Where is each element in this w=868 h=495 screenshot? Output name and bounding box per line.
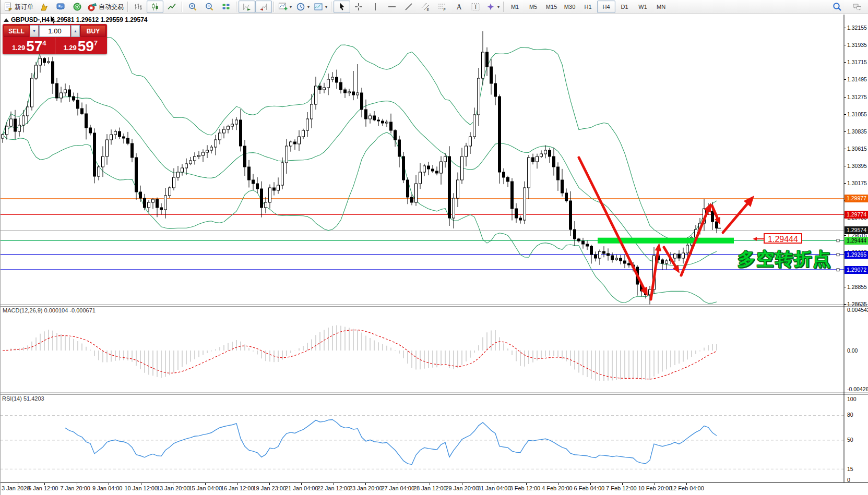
timeframe-m1-button[interactable]: M1 <box>506 1 524 13</box>
turning-point-annotation[interactable]: 多空转折点 <box>738 247 831 271</box>
crosshair-button[interactable] <box>350 1 367 13</box>
candle-body <box>73 96 75 100</box>
auto-scroll-button[interactable] <box>239 1 255 13</box>
candle-body <box>244 146 246 167</box>
text-label-button[interactable]: T <box>467 1 484 13</box>
candle-body <box>678 254 681 258</box>
text-button[interactable]: A <box>450 1 467 13</box>
sell-button[interactable]: SELL <box>4 25 29 37</box>
candle-body <box>361 93 363 110</box>
candle-body <box>331 77 334 79</box>
time-axis-label: 10 Jan 12:00 <box>125 485 158 491</box>
candle-body <box>490 67 493 83</box>
vertical-line-button[interactable] <box>367 1 384 13</box>
time-axis-label: 7 Jan 20:00 <box>61 485 91 491</box>
price-axis-label: 1.30175 <box>847 180 867 186</box>
horizontal-line-button[interactable] <box>384 1 400 13</box>
candle-body <box>185 164 188 168</box>
main-chart-panel[interactable] <box>1 31 844 305</box>
timeframe-m30-button[interactable]: M30 <box>561 1 579 13</box>
volume-input[interactable]: 1.00 <box>39 25 70 37</box>
templates-button[interactable]: ▾ <box>312 1 329 13</box>
chevron-down-icon[interactable]: ▾ <box>290 5 292 9</box>
quick-trade-button[interactable] <box>35 1 52 13</box>
market-scanner-button[interactable] <box>69 1 86 13</box>
candle-body <box>411 197 413 202</box>
buy-price[interactable]: 1.29 59 7 <box>55 38 106 54</box>
chart-shift-button[interactable] <box>255 1 272 13</box>
channel-button[interactable]: E <box>417 1 434 13</box>
volume-increase-button[interactable]: ▲ <box>71 25 80 37</box>
line-selection-handle[interactable] <box>837 253 839 256</box>
open-chart-button[interactable] <box>52 1 69 13</box>
bar-chart-button[interactable] <box>130 1 147 13</box>
arrows-button[interactable]: ▾ <box>484 1 502 13</box>
candle-body <box>398 140 401 156</box>
trend-arrow-segment-6[interactable] <box>723 202 749 233</box>
indicators-button[interactable]: ▾ <box>276 1 294 13</box>
macd-signal-line <box>3 330 717 379</box>
line-chart-button[interactable] <box>163 1 180 13</box>
auto-trading-button[interactable]: 自动交易 <box>86 1 126 13</box>
timeframe-m15-button[interactable]: M15 <box>542 1 561 13</box>
one-click-collapse-icon[interactable] <box>4 18 9 22</box>
one-click-trading-panel: SELL ▼ 1.00 ▲ BUY 1.29 57 4 1.29 59 7 <box>3 24 107 54</box>
time-axis-label: 10 Feb 20:00 <box>638 485 672 491</box>
tile-windows-button[interactable] <box>218 1 234 13</box>
buy-button[interactable]: BUY <box>80 25 106 37</box>
charts-icon <box>56 2 65 11</box>
candle-body <box>536 156 539 162</box>
candle-chart-button[interactable] <box>147 1 163 13</box>
candle-body <box>390 122 393 130</box>
chart-title: GBPUSD-,H4 1.29581 1.29612 1.29559 1.295… <box>4 16 148 23</box>
new-order-button[interactable]: 新订单 <box>2 1 35 13</box>
chevron-down-icon[interactable]: ▾ <box>325 5 327 9</box>
candle-body <box>369 116 372 119</box>
candle-body <box>716 222 718 228</box>
candle-body <box>273 188 276 190</box>
chevron-down-icon[interactable]: ▾ <box>497 5 500 9</box>
search-icon <box>833 2 842 11</box>
candle-body <box>139 192 142 198</box>
cursor-button[interactable] <box>334 1 350 13</box>
candle-body <box>594 255 597 258</box>
timeframe-h4-button[interactable]: H4 <box>597 1 615 13</box>
text-icon: A <box>454 2 463 11</box>
candle-body <box>235 120 238 124</box>
timeframe-h1-button[interactable]: H1 <box>579 1 597 13</box>
price-badge-1.29444: 1.29444 <box>845 237 868 245</box>
trendline-button[interactable] <box>400 1 417 13</box>
svg-text:F: F <box>444 8 446 11</box>
timeframe-w1-button[interactable]: W1 <box>634 1 652 13</box>
candle-body <box>478 78 480 115</box>
crosshair-icon <box>354 2 363 11</box>
candle-body <box>135 158 138 192</box>
price-annotation-label[interactable]: 1.29444 <box>764 233 802 244</box>
candle-body <box>118 131 121 137</box>
zoom-in-button[interactable] <box>184 1 201 13</box>
candle-body <box>432 169 434 171</box>
rsi-panel[interactable] <box>1 416 844 469</box>
candle-body <box>152 199 154 202</box>
chevron-down-icon[interactable]: ▾ <box>307 5 310 9</box>
indicator-axis-label: 0.004542 <box>847 307 868 313</box>
indicator-axis-label: 80 <box>847 412 853 418</box>
macd-panel[interactable] <box>3 325 717 381</box>
candle-body <box>106 140 109 156</box>
zoom-out-button[interactable] <box>201 1 218 13</box>
volume-decrease-button[interactable]: ▼ <box>30 25 39 37</box>
timeframe-d1-button[interactable]: D1 <box>615 1 634 13</box>
timeframe-mn-button[interactable]: MN <box>652 1 670 13</box>
line-selection-handle[interactable] <box>837 269 839 271</box>
periods-button[interactable]: ▾ <box>294 1 312 13</box>
timeframe-m5-button[interactable]: M5 <box>524 1 542 13</box>
line-selection-handle[interactable] <box>837 239 839 242</box>
trend-arrow-segment-1[interactable] <box>579 158 645 291</box>
candle-body <box>599 251 601 258</box>
sell-price[interactable]: 1.29 57 4 <box>4 38 55 54</box>
search-button[interactable] <box>829 1 846 13</box>
fibonacci-button[interactable]: F <box>434 1 450 13</box>
price-axis-tick <box>844 45 846 45</box>
chat-button[interactable] <box>849 1 865 13</box>
candle-body <box>711 211 714 222</box>
